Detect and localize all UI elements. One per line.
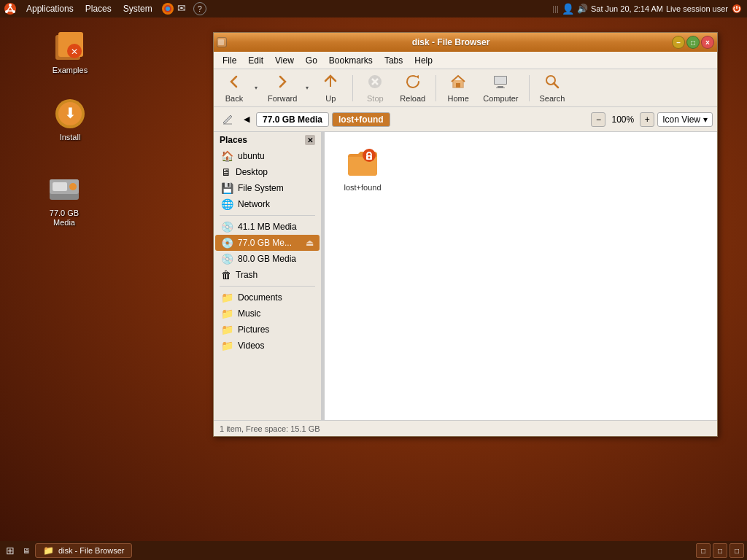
forward-label: Forward — [268, 94, 297, 103]
window-controls: – □ × — [672, 36, 714, 49]
reload-button[interactable]: Reload — [394, 71, 431, 105]
sidebar-item-media77[interactable]: 💿 77.0 GB Me... ⏏ — [215, 235, 320, 251]
music-sidebar-icon: 📁 — [221, 308, 233, 319]
content-area: Places ✕ 🏠 ubuntu 🖥 Desktop 💾 File Syste… — [214, 132, 717, 420]
toolbar-separator-1 — [352, 75, 353, 101]
menu-file[interactable]: File — [217, 54, 242, 67]
media77-sidebar-icon: 💿 — [221, 237, 233, 249]
toolbar-separator-2 — [436, 75, 436, 101]
firefox-icon[interactable] — [161, 2, 174, 15]
sidebar: Places ✕ 🏠 ubuntu 🖥 Desktop 💾 File Syste… — [214, 132, 322, 420]
minimize-button[interactable]: – — [672, 36, 685, 49]
edit-location-button[interactable] — [218, 112, 237, 128]
menu-view[interactable]: View — [269, 54, 300, 67]
sidebar-item-desktop[interactable]: 🖥 Desktop — [215, 164, 320, 180]
reload-label: Reload — [400, 94, 425, 103]
computer-button[interactable]: Computer — [477, 71, 524, 105]
menu-help[interactable]: Help — [409, 54, 438, 67]
sidebar-item-music[interactable]: 📁 Music — [215, 306, 320, 322]
sidebar-close-button[interactable]: ✕ — [305, 135, 315, 145]
menu-tabs[interactable]: Tabs — [379, 54, 409, 67]
panel-system-menu[interactable]: System — [117, 0, 158, 18]
toolbar-separator-3 — [529, 75, 530, 101]
desktop-sidebar-icon: 🖥 — [221, 166, 231, 178]
file-label-lost-found: lost+found — [344, 183, 381, 192]
panel-applications-menu[interactable]: Applications — [20, 0, 80, 18]
mail-icon[interactable]: ✉ — [177, 2, 190, 15]
menu-go[interactable]: Go — [300, 54, 323, 67]
pictures-sidebar-icon: 📁 — [221, 324, 233, 335]
sidebar-item-ubuntu[interactable]: 🏠 ubuntu — [215, 148, 320, 164]
sidebar-item-label-media77: 77.0 GB Me... — [238, 238, 292, 248]
back-arrow[interactable]: ▾ — [252, 71, 260, 105]
sidebar-item-label-trash: Trash — [236, 270, 258, 280]
ubuntu-logo — [3, 1, 18, 16]
sidebar-header: Places ✕ — [214, 132, 321, 148]
sidebar-item-label-network: Network — [238, 199, 270, 209]
taskbar-right-btn-3[interactable]: □ — [729, 543, 744, 558]
menu-bookmarks[interactable]: Bookmarks — [323, 54, 379, 67]
close-button[interactable]: × — [701, 36, 714, 49]
panel-places-menu[interactable]: Places — [80, 0, 117, 18]
forward-button-group[interactable]: Forward ▾ — [262, 71, 311, 105]
breadcrumb-media[interactable]: 77.0 GB Media — [256, 112, 329, 127]
menu-edit[interactable]: Edit — [242, 54, 269, 67]
sidebar-item-filesystem[interactable]: 💾 File System — [215, 180, 320, 196]
up-label: Up — [325, 94, 336, 103]
install-label: Install — [60, 133, 81, 142]
sidebar-item-label-filesystem: File System — [238, 183, 284, 193]
desktop-icon-disk[interactable]: 77.0 GB Media — [35, 169, 93, 230]
breadcrumb-folder[interactable]: lost+found — [332, 112, 390, 127]
svg-point-18 — [69, 183, 77, 190]
nav-back-button[interactable]: ◀ — [240, 112, 253, 126]
sidebar-item-documents[interactable]: 📁 Documents — [215, 289, 320, 306]
sidebar-item-media80[interactable]: 💿 80.0 GB Media — [215, 251, 320, 267]
taskbar-right-btn-1[interactable]: □ — [696, 543, 711, 558]
sidebar-item-trash[interactable]: 🗑 Trash — [215, 267, 320, 283]
home-button[interactable]: Home — [441, 71, 476, 105]
search-icon — [543, 73, 561, 93]
desktop-icon-install[interactable]: ⬇ Install — [41, 93, 99, 145]
stop-button[interactable]: Stop — [357, 71, 392, 105]
sidebar-item-media41[interactable]: 💿 41.1 MB Media — [215, 219, 320, 235]
sidebar-item-network[interactable]: 🌐 Network — [215, 196, 320, 212]
taskbar-file-browser-button[interactable]: 📁 disk - File Browser — [35, 543, 132, 558]
home-label: Home — [448, 94, 469, 103]
examples-label: Examples — [53, 66, 88, 75]
sidebar-title: Places — [220, 135, 247, 145]
sidebar-divider-1 — [220, 215, 315, 216]
examples-icon: ✕ — [53, 29, 88, 64]
maximize-button[interactable]: □ — [686, 36, 700, 49]
forward-button[interactable]: Forward — [262, 71, 303, 105]
eject-icon[interactable]: ⏏ — [306, 238, 314, 248]
location-bar: ◀ 77.0 GB Media lost+found − 100% + Icon… — [214, 107, 717, 132]
back-button[interactable]: Back — [217, 71, 252, 105]
user-icon: 👤 — [562, 3, 574, 15]
shutdown-icon[interactable] — [731, 3, 743, 15]
forward-icon — [274, 73, 291, 93]
title-bar: disk - File Browser – □ × — [214, 33, 717, 52]
taskbar-right-btn-2[interactable]: □ — [713, 543, 727, 558]
up-button[interactable]: Up — [313, 71, 348, 105]
desktop-icon-examples[interactable]: ✕ Examples — [41, 26, 99, 78]
view-mode-select[interactable]: Icon View ▾ — [657, 112, 713, 127]
zoom-value: 100% — [608, 114, 637, 125]
taskbar-show-desktop[interactable]: ⊞ — [3, 543, 18, 558]
forward-arrow[interactable]: ▾ — [303, 71, 311, 105]
panel-separator-1: ||| — [552, 4, 559, 13]
sidebar-item-label-ubuntu: ubuntu — [238, 151, 265, 161]
search-button[interactable]: Search — [534, 71, 571, 105]
zoom-in-button[interactable]: + — [640, 112, 654, 127]
help-icon[interactable]: ? — [193, 2, 206, 15]
window-menu-button[interactable] — [217, 37, 227, 47]
status-bar: 1 item, Free space: 15.1 GB — [214, 420, 717, 436]
zoom-out-button[interactable]: − — [591, 112, 605, 127]
back-button-group[interactable]: Back ▾ — [217, 71, 260, 105]
file-browser-window: disk - File Browser – □ × File Edit View… — [213, 32, 718, 437]
file-item-lost-found[interactable]: lost+found — [333, 141, 392, 196]
taskbar-home-icon[interactable]: 🖥 — [19, 543, 34, 558]
sidebar-item-pictures[interactable]: 📁 Pictures — [215, 322, 320, 338]
svg-point-1 — [9, 4, 12, 7]
sidebar-item-videos[interactable]: 📁 Videos — [215, 338, 320, 354]
sidebar-item-label-documents: Documents — [238, 292, 282, 303]
